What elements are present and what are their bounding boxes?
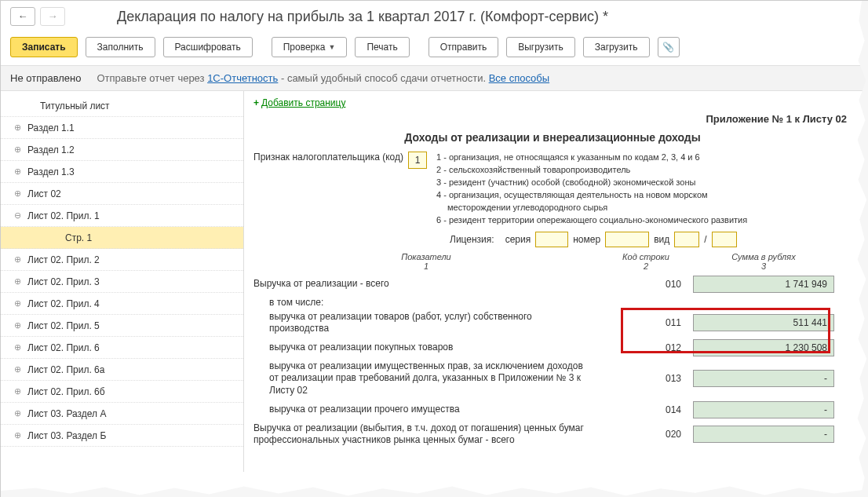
tree-toggle-icon: ⊕ (12, 364, 23, 375)
tree-item-label: Раздел 1.2 (27, 144, 75, 155)
tree-item-label: Лист 02. Прил. 2 (27, 254, 100, 265)
status-bar: Не отправлено Отправьте отчет через 1С-О… (1, 65, 867, 91)
tree-item-label: Лист 02. Прил. 6б (27, 386, 105, 397)
tree-item-9[interactable]: ⊕Лист 02. Прил. 4 (1, 293, 243, 315)
license-type1-field[interactable] (674, 232, 699, 247)
tree-item-10[interactable]: ⊕Лист 02. Прил. 5 (1, 315, 243, 337)
tree-toggle-icon: ⊕ (12, 276, 23, 287)
nav-forward-button[interactable]: → (40, 7, 65, 26)
tree-item-label: Лист 02 (27, 188, 61, 199)
tree-toggle-icon: ⊕ (12, 254, 23, 265)
decrypt-button[interactable]: Расшифровать (163, 37, 253, 57)
row-013: выручка от реализации имущественных прав… (253, 360, 852, 397)
section-title: Доходы от реализации и внереализационные… (253, 131, 852, 144)
link-all-methods[interactable]: Все способы (489, 72, 549, 84)
paperclip-icon: 📎 (662, 42, 674, 53)
tree-item-2[interactable]: ⊕Раздел 1.2 (1, 139, 243, 161)
tree-toggle-icon: ⊕ (12, 188, 23, 199)
subhead-incl: в том числе: (253, 297, 852, 308)
row-012: выручка от реализации покупных товаров 0… (253, 339, 852, 356)
row-020: Выручка от реализации (выбытия, в т.ч. д… (253, 422, 852, 447)
plus-icon: + (253, 97, 259, 108)
tree-item-15[interactable]: ⊕Лист 03. Раздел Б (1, 425, 243, 447)
export-button[interactable]: Выгрузить (506, 37, 575, 57)
tree-item-label: Лист 02. Прил. 1 (27, 210, 100, 221)
license-row: Лицензия: серия номер вид / (450, 232, 852, 247)
tree-toggle-icon: ⊖ (12, 210, 23, 221)
tree-toggle-icon: ⊕ (12, 430, 23, 440)
tree-item-label: Лист 02. Прил. 6а (27, 364, 104, 375)
tree-item-1[interactable]: ⊕Раздел 1.1 (1, 117, 243, 139)
tree-item-label: Лист 03. Раздел А (27, 408, 106, 419)
tree-item-5[interactable]: ⊖Лист 02. Прил. 1 (1, 205, 243, 227)
field-014[interactable] (693, 401, 834, 418)
field-013[interactable] (693, 370, 834, 387)
field-012[interactable]: 1 230 508 (693, 339, 834, 356)
tree-item-label: Титульный лист (40, 100, 110, 111)
tree-toggle-icon: ⊕ (12, 166, 23, 177)
tree-item-12[interactable]: ⊕Лист 02. Прил. 6а (1, 359, 243, 381)
row-011: выручка от реализации товаров (работ, ус… (253, 311, 852, 335)
tree-item-label: Раздел 1.3 (27, 166, 75, 177)
field-011[interactable]: 511 441 (693, 314, 834, 331)
license-series-field[interactable] (535, 232, 568, 247)
tree-item-3[interactable]: ⊕Раздел 1.3 (1, 161, 243, 183)
status-hint: Отправьте отчет через 1С-Отчетность - са… (97, 72, 549, 84)
tree-toggle-icon: ⊕ (12, 298, 23, 309)
attach-button[interactable]: 📎 (658, 37, 680, 57)
save-button[interactable]: Записать (10, 37, 78, 57)
chevron-down-icon: ▼ (328, 43, 335, 51)
field-020[interactable] (693, 426, 834, 443)
taxpayer-code-field[interactable]: 1 (408, 152, 427, 169)
print-button[interactable]: Печать (355, 37, 409, 57)
check-button[interactable]: Проверка ▼ (272, 37, 348, 57)
tree-item-label: Стр. 1 (65, 232, 92, 243)
tree-toggle-icon: ⊕ (12, 386, 23, 397)
row-014: выручка от реализации прочего имущества … (253, 401, 852, 418)
field-010[interactable]: 1 741 949 (693, 276, 834, 293)
row-010: Выручка от реализации - всего 010 1 741 … (253, 276, 852, 293)
tree-item-label: Лист 03. Раздел Б (27, 430, 106, 441)
tree-toggle-icon: ⊕ (12, 122, 23, 133)
taxpayer-notes: 1 - организация, не относящаяся к указан… (436, 152, 747, 227)
toolbar: Записать Заполнить Расшифровать Проверка… (1, 29, 867, 65)
tree-item-label: Лист 02. Прил. 6 (27, 342, 100, 353)
license-number-field[interactable] (605, 232, 649, 247)
tree-item-14[interactable]: ⊕Лист 03. Раздел А (1, 403, 243, 425)
appendix-title: Приложение № 1 к Листу 02 (253, 113, 847, 125)
tree-item-4[interactable]: ⊕Лист 02 (1, 183, 243, 205)
tree-toggle-icon: ⊕ (12, 144, 23, 155)
tree-item-label: Лист 02. Прил. 5 (27, 320, 100, 331)
tree-toggle-icon: ⊕ (12, 408, 23, 418)
tree-item-label: Лист 02. Прил. 3 (27, 276, 100, 287)
tree-item-7[interactable]: ⊕Лист 02. Прил. 2 (1, 249, 243, 271)
tree-item-11[interactable]: ⊕Лист 02. Прил. 6 (1, 337, 243, 359)
nav-back-button[interactable]: ← (10, 7, 35, 26)
status-text: Не отправлено (10, 72, 81, 84)
tree-item-label: Лист 02. Прил. 4 (27, 298, 100, 309)
tree-toggle-icon: ⊕ (12, 342, 23, 353)
column-headers: Показатели1 Код строки2 Сумма в рублях3 (253, 252, 852, 271)
send-button[interactable]: Отправить (429, 37, 499, 57)
import-button[interactable]: Загрузить (583, 37, 650, 57)
page-title: Декларация по налогу на прибыль за 1 ква… (117, 9, 608, 25)
check-label: Проверка (283, 42, 326, 53)
license-type2-field[interactable] (712, 232, 737, 247)
tree-toggle-icon: ⊕ (12, 320, 23, 331)
content-pane: +Добавить страницу Приложение № 1 к Лист… (244, 91, 867, 472)
nav-tree: Титульный лист⊕Раздел 1.1⊕Раздел 1.2⊕Раз… (1, 91, 244, 472)
tree-item-8[interactable]: ⊕Лист 02. Прил. 3 (1, 271, 243, 293)
link-1c-report[interactable]: 1С-Отчетность (207, 72, 278, 84)
tree-item-0[interactable]: Титульный лист (1, 95, 243, 117)
add-page-link[interactable]: +Добавить страницу (253, 97, 852, 108)
taxpayer-label: Признак налогоплательщика (код) (253, 152, 403, 163)
tree-item-13[interactable]: ⊕Лист 02. Прил. 6б (1, 381, 243, 403)
tree-item-label: Раздел 1.1 (27, 122, 75, 133)
fill-button[interactable]: Заполнить (86, 37, 155, 57)
tree-item-6[interactable]: Стр. 1 (1, 227, 243, 249)
